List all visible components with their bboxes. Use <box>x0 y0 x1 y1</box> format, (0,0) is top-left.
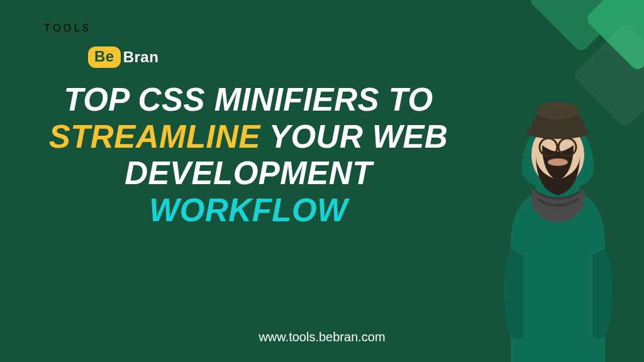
headline-text: DEVELOPMENT <box>125 155 372 191</box>
logo-bran: Bran <box>123 48 159 66</box>
headline-text: TOP CSS MINIFIERS TO <box>64 82 433 118</box>
headline-text: YOUR WEB <box>260 119 448 155</box>
svg-point-1 <box>548 158 568 166</box>
headline-highlight-cyan: WORKFLOW <box>149 192 348 228</box>
headline-highlight-yellow: STREAMLINE <box>49 119 261 155</box>
logo: Be Bran T O O L S <box>44 23 89 34</box>
svg-point-5 <box>526 126 589 139</box>
headline: TOP CSS MINIFIERS TO STREAMLINE YOUR WEB… <box>22 82 475 229</box>
headline-line-2: STREAMLINE YOUR WEB <box>22 119 475 156</box>
person-photo <box>479 48 636 362</box>
headline-line-3: DEVELOPMENT WORKFLOW <box>22 155 475 229</box>
logo-be: Be <box>88 47 121 68</box>
logo-subtext: T O O L S <box>44 23 89 34</box>
headline-line-1: TOP CSS MINIFIERS TO <box>22 82 475 119</box>
svg-point-6 <box>536 102 579 119</box>
